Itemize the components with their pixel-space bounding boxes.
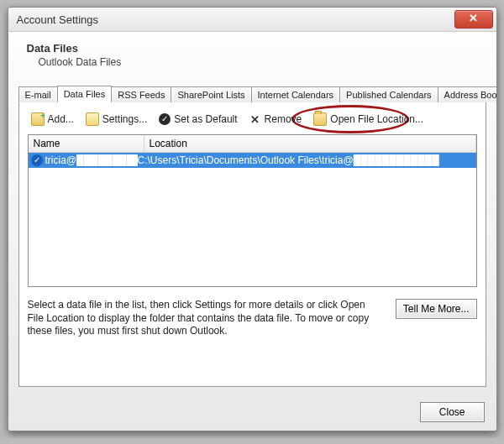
table-row[interactable]: ✓ tricia@████████████ C:\Users\Tricia\Do… [29, 153, 476, 168]
add-icon [31, 112, 45, 126]
check-icon: ✓ [159, 113, 171, 125]
hint-text: Select a data file in the list, then cli… [28, 299, 381, 338]
remove-icon: ✕ [249, 113, 261, 125]
tab-published-calendars[interactable]: Published Calendars [339, 86, 438, 102]
set-default-button[interactable]: ✓ Set as Default [155, 112, 240, 127]
settings-button[interactable]: Settings... [82, 111, 150, 128]
close-button[interactable]: Close [420, 402, 485, 422]
header-title: Data Files [27, 42, 478, 55]
footer: Close [8, 394, 496, 431]
folder-icon [313, 112, 327, 126]
tab-data-files[interactable]: Data Files [57, 86, 113, 102]
toolbar: Add... Settings... ✓ Set as Default ✕ Re… [28, 109, 477, 134]
hint-area: Select a data file in the list, then cli… [28, 299, 477, 338]
column-name[interactable]: Name [29, 135, 144, 152]
titlebar: Account Settings ✕ [8, 8, 496, 32]
add-button[interactable]: Add... [28, 111, 77, 128]
open-file-location-button[interactable]: Open File Location... [310, 111, 427, 128]
tab-sharepoint-lists[interactable]: SharePoint Lists [171, 86, 251, 102]
window-body: Data Files Outlook Data Files E-mail Dat… [8, 32, 496, 431]
tab-rss-feeds[interactable]: RSS Feeds [111, 86, 171, 102]
tab-strip: E-mail Data Files RSS Feeds SharePoint L… [18, 85, 486, 102]
settings-label: Settings... [102, 113, 147, 125]
column-location[interactable]: Location [144, 135, 476, 152]
tab-email[interactable]: E-mail [18, 86, 58, 102]
tab-address-books[interactable]: Address Books [438, 86, 497, 102]
remove-button[interactable]: ✕ Remove [246, 112, 306, 127]
account-settings-window: Account Settings ✕ Data Files Outlook Da… [8, 7, 497, 431]
default-indicator-icon: ✓ [31, 154, 43, 166]
header-subtitle: Outlook Data Files [39, 56, 478, 68]
main-panel: E-mail Data Files RSS Feeds SharePoint L… [18, 85, 486, 387]
row-name-cell: tricia@████████████ [45, 154, 138, 166]
settings-icon [86, 112, 99, 126]
tell-me-more-button[interactable]: Tell Me More... [396, 299, 477, 319]
row-location-cell: C:\Users\Tricia\Documents\Outlook Files\… [138, 154, 476, 166]
window-title: Account Settings [17, 13, 99, 26]
header: Data Files Outlook Data Files [8, 32, 496, 73]
set-default-label: Set as Default [174, 113, 237, 125]
list-header: Name Location [29, 135, 476, 153]
window-close-button[interactable]: ✕ [454, 10, 493, 29]
remove-label: Remove [265, 113, 302, 125]
tab-internet-calendars[interactable]: Internet Calendars [251, 86, 341, 102]
data-file-list: Name Location ✓ tricia@████████████ C:\U… [28, 134, 477, 287]
open-file-location-label: Open File Location... [330, 113, 423, 125]
tab-content: Add... Settings... ✓ Set as Default ✕ Re… [18, 102, 486, 387]
add-label: Add... [48, 113, 74, 125]
